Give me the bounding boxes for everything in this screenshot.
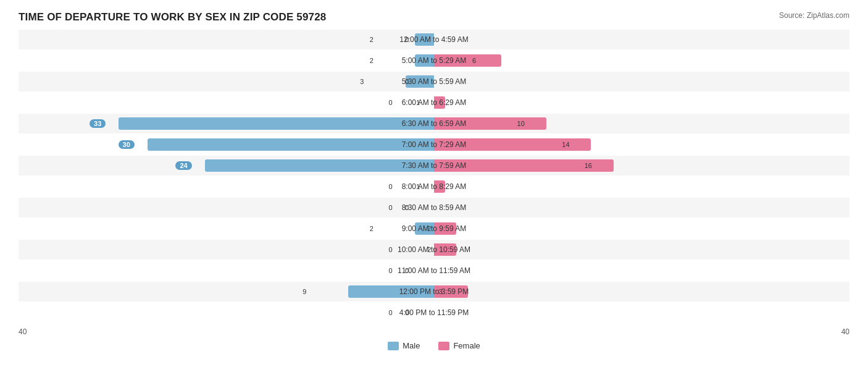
male-value: 0: [389, 183, 393, 190]
male-value: 9: [303, 288, 306, 295]
male-value: 2: [370, 57, 373, 64]
male-value: 3: [360, 78, 364, 85]
female-value: 14: [562, 141, 569, 148]
female-value: 0: [405, 309, 409, 316]
bar-male: [406, 75, 434, 88]
chart-container: TIME OF DEPARTURE TO WORK BY SEX IN ZIP …: [0, 0, 868, 367]
female-value: 1: [416, 183, 420, 190]
female-value: 3: [438, 288, 442, 295]
male-badge: 30: [119, 140, 135, 149]
bar-female: [434, 54, 501, 67]
chart-area: 12:00 AM to 4:59 AM205:00 AM to 5:29 AM2…: [19, 30, 849, 323]
male-badge: 24: [175, 161, 191, 170]
x-tick-left: 40: [19, 327, 27, 336]
bar-female: [434, 243, 456, 256]
bar-male: [415, 33, 434, 46]
chart-row: 11:00 AM to 11:59 AM00: [19, 261, 849, 281]
female-value: 10: [517, 120, 525, 127]
chart-title: TIME OF DEPARTURE TO WORK BY SEX IN ZIP …: [19, 11, 849, 23]
female-value: 0: [405, 78, 409, 85]
bar-female: [434, 180, 445, 193]
bar-male: [348, 285, 434, 298]
male-value: 2: [370, 36, 373, 43]
bar-male: [148, 138, 434, 151]
male-value: 2: [370, 225, 373, 232]
male-label: Male: [403, 341, 420, 350]
source-label: Source: ZipAtlas.com: [779, 11, 849, 20]
bar-male: [205, 159, 434, 172]
female-value: 0: [405, 36, 409, 43]
chart-row: 7:00 AM to 7:29 AM3014: [19, 135, 849, 154]
male-value: 0: [389, 246, 393, 253]
chart-row: 7:30 AM to 7:59 AM2416: [19, 156, 849, 175]
chart-row: 5:30 AM to 5:59 AM30: [19, 72, 849, 91]
bar-female: [434, 96, 445, 109]
female-color-box: [438, 342, 449, 350]
bar-female: [434, 117, 546, 130]
chart-row: 8:00 AM to 8:29 AM01: [19, 177, 849, 196]
chart-row: 12:00 AM to 4:59 AM20: [19, 30, 849, 49]
chart-row: 10:00 AM to 10:59 AM02: [19, 240, 849, 259]
legend-male: Male: [388, 341, 420, 350]
x-axis: 40 40: [19, 327, 849, 336]
chart-row: 4:00 PM to 11:59 PM00: [19, 303, 849, 323]
x-tick-right: 40: [841, 327, 849, 336]
male-color-box: [388, 342, 399, 350]
chart-row: 6:00 AM to 6:29 AM01: [19, 93, 849, 112]
chart-row: 8:30 AM to 8:59 AM00: [19, 198, 849, 217]
chart-row: 12:00 PM to 3:59 PM93: [19, 282, 849, 302]
bar-male: [119, 117, 434, 130]
bar-male: [415, 54, 434, 67]
female-label: Female: [453, 341, 480, 350]
female-value: 1: [416, 99, 420, 106]
female-value: 0: [405, 204, 409, 211]
row-label: 4:00 PM to 11:59 PM: [399, 308, 469, 317]
legend-female: Female: [438, 341, 480, 350]
female-value: 2: [427, 225, 431, 232]
row-label: 12:00 AM to 4:59 AM: [399, 35, 468, 44]
male-badge: 33: [90, 119, 106, 128]
female-value: 6: [472, 57, 476, 64]
chart-row: 9:00 AM to 9:59 AM22: [19, 219, 849, 238]
female-value: 2: [427, 246, 431, 253]
female-value: 0: [405, 267, 409, 274]
bar-male: [415, 222, 434, 235]
female-value: 16: [585, 162, 592, 169]
chart-row: 6:30 AM to 6:59 AM3310: [19, 114, 849, 133]
legend: Male Female: [19, 341, 849, 350]
chart-row: 5:00 AM to 5:29 AM26: [19, 51, 849, 70]
row-label: 8:30 AM to 8:59 AM: [402, 203, 467, 212]
male-value: 0: [389, 267, 393, 274]
bar-female: [434, 222, 456, 235]
male-value: 0: [389, 204, 393, 211]
male-value: 0: [389, 99, 393, 106]
male-value: 0: [389, 309, 393, 316]
